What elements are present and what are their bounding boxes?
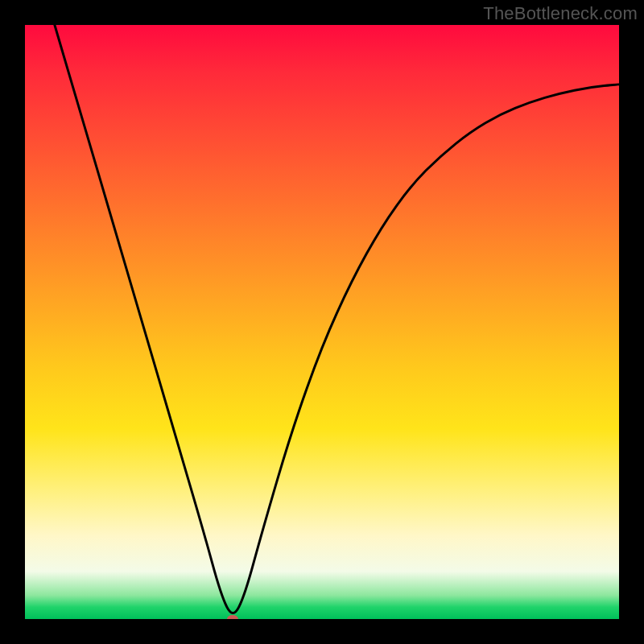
min-marker <box>227 615 238 619</box>
plot-area <box>25 25 619 619</box>
watermark-label: TheBottleneck.com <box>483 3 638 24</box>
curve-path <box>55 25 619 613</box>
curve-layer <box>25 25 619 619</box>
chart-frame: TheBottleneck.com <box>0 0 644 644</box>
